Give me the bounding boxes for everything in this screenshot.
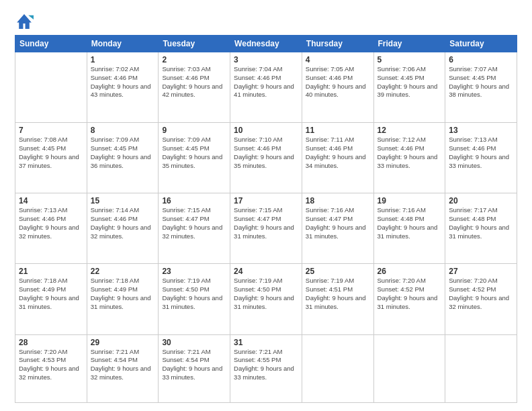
sunset: Sunset: 4:45 PM bbox=[378, 74, 425, 81]
calendar-cell: 15 Sunrise: 7:14 AM Sunset: 4:46 PM Dayl… bbox=[87, 193, 159, 264]
calendar-cell bbox=[302, 334, 373, 402]
daylight: Daylight: 9 hours and 35 minutes. bbox=[234, 153, 294, 169]
day-number: 6 bbox=[449, 55, 513, 64]
sunset: Sunset: 4:45 PM bbox=[91, 144, 138, 152]
sunrise: Sunrise: 7:12 AM bbox=[378, 136, 426, 143]
day-number: 1 bbox=[91, 55, 155, 64]
daylight: Daylight: 9 hours and 43 minutes. bbox=[91, 83, 151, 99]
day-info: Sunrise: 7:04 AM Sunset: 4:46 PM Dayligh… bbox=[234, 65, 298, 99]
day-info: Sunrise: 7:19 AM Sunset: 4:50 PM Dayligh… bbox=[234, 277, 298, 311]
calendar-cell: 29 Sunrise: 7:21 AM Sunset: 4:54 PM Dayl… bbox=[87, 334, 159, 402]
sunrise: Sunrise: 7:11 AM bbox=[306, 136, 354, 143]
calendar-week-1: 1 Sunrise: 7:02 AM Sunset: 4:46 PM Dayli… bbox=[15, 52, 517, 123]
day-info: Sunrise: 7:09 AM Sunset: 4:45 PM Dayligh… bbox=[162, 136, 226, 170]
daylight: Daylight: 9 hours and 37 minutes. bbox=[19, 153, 79, 169]
sunrise: Sunrise: 7:19 AM bbox=[234, 277, 282, 284]
day-info: Sunrise: 7:03 AM Sunset: 4:46 PM Dayligh… bbox=[162, 65, 226, 99]
sunset: Sunset: 4:46 PM bbox=[234, 144, 281, 152]
sunrise: Sunrise: 7:20 AM bbox=[378, 277, 426, 284]
sunset: Sunset: 4:46 PM bbox=[306, 74, 353, 81]
daylight: Daylight: 9 hours and 34 minutes. bbox=[306, 153, 366, 169]
sunrise: Sunrise: 7:16 AM bbox=[306, 206, 354, 214]
day-number: 29 bbox=[91, 338, 155, 347]
calendar-cell: 3 Sunrise: 7:04 AM Sunset: 4:46 PM Dayli… bbox=[230, 52, 302, 123]
day-info: Sunrise: 7:17 AM Sunset: 4:48 PM Dayligh… bbox=[449, 206, 513, 240]
day-number: 7 bbox=[19, 126, 83, 135]
daylight: Daylight: 9 hours and 33 minutes. bbox=[162, 365, 222, 381]
weekday-header-tuesday: Tuesday bbox=[159, 36, 230, 52]
day-info: Sunrise: 7:11 AM Sunset: 4:46 PM Dayligh… bbox=[306, 136, 370, 170]
daylight: Daylight: 9 hours and 39 minutes. bbox=[378, 83, 438, 99]
daylight: Daylight: 9 hours and 35 minutes. bbox=[162, 153, 222, 169]
day-info: Sunrise: 7:20 AM Sunset: 4:53 PM Dayligh… bbox=[19, 348, 83, 382]
calendar-cell: 6 Sunrise: 7:07 AM Sunset: 4:45 PM Dayli… bbox=[445, 52, 517, 123]
calendar-cell: 5 Sunrise: 7:06 AM Sunset: 4:45 PM Dayli… bbox=[373, 52, 445, 123]
calendar-cell: 21 Sunrise: 7:18 AM Sunset: 4:49 PM Dayl… bbox=[15, 264, 87, 334]
calendar-cell: 12 Sunrise: 7:12 AM Sunset: 4:46 PM Dayl… bbox=[373, 123, 445, 193]
weekday-header-friday: Friday bbox=[373, 36, 445, 52]
sunrise: Sunrise: 7:19 AM bbox=[162, 277, 210, 284]
day-number: 27 bbox=[449, 267, 513, 276]
daylight: Daylight: 9 hours and 31 minutes. bbox=[378, 224, 438, 240]
sunset: Sunset: 4:52 PM bbox=[378, 285, 425, 293]
calendar-cell: 2 Sunrise: 7:03 AM Sunset: 4:46 PM Dayli… bbox=[159, 52, 230, 123]
daylight: Daylight: 9 hours and 41 minutes. bbox=[234, 83, 294, 99]
daylight: Daylight: 9 hours and 31 minutes. bbox=[234, 224, 294, 240]
calendar-week-4: 21 Sunrise: 7:18 AM Sunset: 4:49 PM Dayl… bbox=[15, 264, 517, 334]
day-info: Sunrise: 7:18 AM Sunset: 4:49 PM Dayligh… bbox=[91, 277, 155, 311]
sunset: Sunset: 4:53 PM bbox=[19, 356, 66, 363]
calendar-cell: 1 Sunrise: 7:02 AM Sunset: 4:46 PM Dayli… bbox=[87, 52, 159, 123]
calendar-cell: 19 Sunrise: 7:16 AM Sunset: 4:48 PM Dayl… bbox=[373, 193, 445, 264]
sunrise: Sunrise: 7:18 AM bbox=[91, 277, 139, 284]
sunset: Sunset: 4:55 PM bbox=[234, 356, 281, 363]
sunrise: Sunrise: 7:03 AM bbox=[162, 65, 210, 73]
day-info: Sunrise: 7:15 AM Sunset: 4:47 PM Dayligh… bbox=[234, 206, 298, 240]
sunrise: Sunrise: 7:09 AM bbox=[162, 136, 210, 143]
weekday-header-row: SundayMondayTuesdayWednesdayThursdayFrid… bbox=[15, 36, 517, 52]
day-info: Sunrise: 7:02 AM Sunset: 4:46 PM Dayligh… bbox=[91, 65, 155, 99]
calendar-cell: 18 Sunrise: 7:16 AM Sunset: 4:47 PM Dayl… bbox=[302, 193, 373, 264]
sunset: Sunset: 4:46 PM bbox=[91, 74, 138, 81]
day-info: Sunrise: 7:10 AM Sunset: 4:46 PM Dayligh… bbox=[234, 136, 298, 170]
sunset: Sunset: 4:45 PM bbox=[19, 144, 66, 152]
day-number: 25 bbox=[306, 267, 370, 276]
day-number: 24 bbox=[234, 267, 298, 276]
daylight: Daylight: 9 hours and 42 minutes. bbox=[162, 83, 222, 99]
sunset: Sunset: 4:51 PM bbox=[306, 285, 353, 293]
day-info: Sunrise: 7:14 AM Sunset: 4:46 PM Dayligh… bbox=[91, 206, 155, 240]
daylight: Daylight: 9 hours and 31 minutes. bbox=[306, 224, 366, 240]
sunrise: Sunrise: 7:05 AM bbox=[306, 65, 354, 73]
daylight: Daylight: 9 hours and 33 minutes. bbox=[234, 365, 294, 381]
day-info: Sunrise: 7:20 AM Sunset: 4:52 PM Dayligh… bbox=[449, 277, 513, 311]
calendar-cell: 4 Sunrise: 7:05 AM Sunset: 4:46 PM Dayli… bbox=[302, 52, 373, 123]
svg-marker-1 bbox=[28, 15, 34, 19]
day-number: 3 bbox=[234, 55, 298, 64]
daylight: Daylight: 9 hours and 32 minutes. bbox=[19, 365, 79, 381]
weekday-header-monday: Monday bbox=[87, 36, 159, 52]
day-number: 9 bbox=[162, 126, 226, 135]
day-info: Sunrise: 7:16 AM Sunset: 4:48 PM Dayligh… bbox=[378, 206, 442, 240]
calendar-header: SundayMondayTuesdayWednesdayThursdayFrid… bbox=[15, 36, 517, 52]
day-number: 5 bbox=[378, 55, 442, 64]
calendar-cell: 7 Sunrise: 7:08 AM Sunset: 4:45 PM Dayli… bbox=[15, 123, 87, 193]
calendar-cell: 30 Sunrise: 7:21 AM Sunset: 4:54 PM Dayl… bbox=[159, 334, 230, 402]
calendar-cell: 25 Sunrise: 7:19 AM Sunset: 4:51 PM Dayl… bbox=[302, 264, 373, 334]
day-number: 11 bbox=[306, 126, 370, 135]
day-info: Sunrise: 7:20 AM Sunset: 4:52 PM Dayligh… bbox=[378, 277, 442, 311]
day-number: 19 bbox=[378, 196, 442, 205]
calendar-cell: 8 Sunrise: 7:09 AM Sunset: 4:45 PM Dayli… bbox=[87, 123, 159, 193]
sunrise: Sunrise: 7:20 AM bbox=[449, 277, 497, 284]
sunrise: Sunrise: 7:15 AM bbox=[234, 206, 282, 214]
calendar-cell: 28 Sunrise: 7:20 AM Sunset: 4:53 PM Dayl… bbox=[15, 334, 87, 402]
day-info: Sunrise: 7:07 AM Sunset: 4:45 PM Dayligh… bbox=[449, 65, 513, 99]
day-info: Sunrise: 7:06 AM Sunset: 4:45 PM Dayligh… bbox=[378, 65, 442, 99]
sunrise: Sunrise: 7:17 AM bbox=[449, 206, 497, 214]
day-info: Sunrise: 7:19 AM Sunset: 4:50 PM Dayligh… bbox=[162, 277, 226, 311]
sunrise: Sunrise: 7:14 AM bbox=[91, 206, 139, 214]
day-info: Sunrise: 7:08 AM Sunset: 4:45 PM Dayligh… bbox=[19, 136, 83, 170]
calendar-week-2: 7 Sunrise: 7:08 AM Sunset: 4:45 PM Dayli… bbox=[15, 123, 517, 193]
calendar-cell bbox=[373, 334, 445, 402]
header bbox=[15, 12, 517, 31]
sunset: Sunset: 4:47 PM bbox=[234, 215, 281, 222]
day-number: 31 bbox=[234, 338, 298, 347]
